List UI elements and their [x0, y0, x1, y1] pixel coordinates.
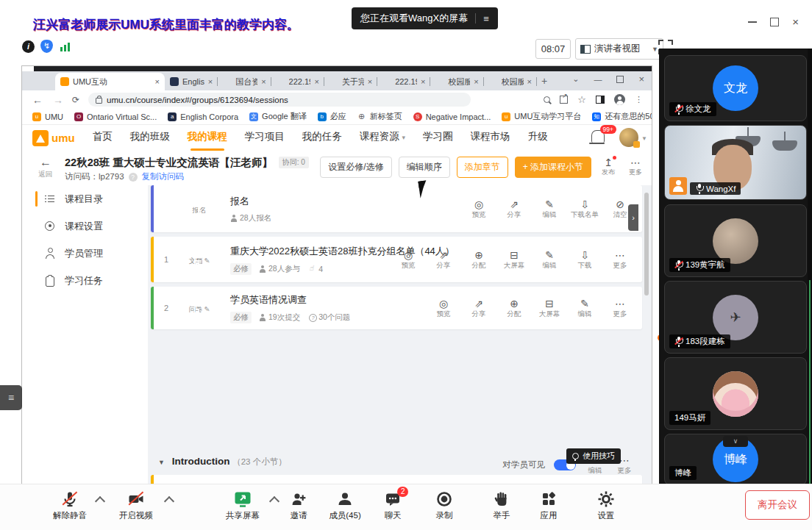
- close-icon[interactable]: ×: [792, 18, 799, 26]
- network-shield-icon[interactable]: ↯: [40, 40, 53, 53]
- new-tab-button[interactable]: +: [541, 75, 547, 87]
- browser-menu-icon[interactable]: ⋮: [635, 95, 643, 104]
- browser-maximize-icon[interactable]: [616, 76, 624, 83]
- forward-icon[interactable]: →: [53, 94, 63, 106]
- help-icon[interactable]: ?: [129, 173, 138, 182]
- action-button[interactable]: ✎ 编辑: [535, 198, 564, 220]
- course-action-button[interactable]: 添加章节: [457, 157, 508, 178]
- action-button[interactable]: ✎ 编辑: [570, 298, 599, 319]
- copy-access-code-link[interactable]: 复制访问码: [142, 171, 185, 182]
- sidebar-item[interactable]: 学习任务: [22, 267, 148, 294]
- bookmark-item[interactable]: 知 还有意思的50个经...: [592, 111, 652, 122]
- chevron-down-icon[interactable]: ▼: [641, 135, 647, 142]
- umu-nav-item[interactable]: 我的任务: [302, 130, 342, 146]
- action-button[interactable]: ⋯ 更多: [605, 249, 635, 271]
- unmute-button[interactable]: 解除静音: [44, 490, 96, 521]
- bookmark-item[interactable]: O Ontario Virtual Sc...: [74, 112, 157, 121]
- session-title[interactable]: 学员英语情况调查: [230, 294, 307, 305]
- browser-tab[interactable]: 国台资产 ×: [218, 73, 271, 90]
- invite-button[interactable]: 邀请: [273, 490, 324, 521]
- browser-tab[interactable]: 222.198.1 ×: [377, 73, 430, 90]
- tab-close-icon[interactable]: ×: [368, 77, 372, 86]
- back-arrow-icon[interactable]: ←: [40, 156, 51, 169]
- browser-tab[interactable]: UMU互动 ×: [55, 73, 165, 90]
- course-action-button[interactable]: 编辑顺序: [399, 157, 450, 178]
- content-scrollbar[interactable]: [644, 193, 649, 296]
- edit-pencil-icon[interactable]: ✎: [204, 257, 210, 265]
- tab-search-icon[interactable]: ⌄: [572, 74, 579, 84]
- umu-nav-item[interactable]: 课程市场: [470, 130, 510, 146]
- action-button[interactable]: ◎ 预览: [429, 298, 458, 319]
- members-button[interactable]: 成员(45): [319, 490, 371, 521]
- action-button[interactable]: ⊟ 大屏幕: [535, 298, 564, 319]
- share-screen-button[interactable]: 共享屏幕: [217, 490, 268, 521]
- umu-nav-item[interactable]: 我的课程: [188, 130, 227, 146]
- tab-close-icon[interactable]: ×: [527, 77, 532, 86]
- sidebar-item[interactable]: 课程目录: [22, 185, 148, 212]
- bookmark-item[interactable]: 文 Google 翻译: [249, 111, 307, 122]
- raise-hand-button[interactable]: 举手: [476, 490, 527, 521]
- bookmark-item[interactable]: u UMU互动学习平台: [502, 111, 581, 122]
- participant-tile[interactable]: 文龙 徐文龙: [664, 55, 807, 121]
- action-button[interactable]: ⇩ 下载名单: [570, 198, 599, 220]
- umu-nav-item[interactable]: 学习项目: [245, 130, 285, 146]
- browser-close-icon[interactable]: ×: [638, 74, 644, 85]
- tab-close-icon[interactable]: ×: [208, 77, 213, 86]
- action-button[interactable]: ⇗ 分享: [464, 298, 494, 319]
- settings-button[interactable]: 设置: [580, 490, 632, 521]
- action-button[interactable]: ⇗ 分享: [499, 198, 529, 220]
- umu-nav-item[interactable]: 首页: [93, 130, 113, 146]
- session-card[interactable]: 1 ▶ 文档✎ 重庆大学2022秋硕士英语28班扑克分组名单（44人）: [151, 237, 642, 282]
- bookmark-item[interactable]: b 必应: [318, 111, 346, 122]
- action-button[interactable]: ⇩ 下载: [570, 249, 599, 271]
- floating-list-toggle[interactable]: ≡: [0, 385, 22, 410]
- record-button[interactable]: 录制: [419, 490, 470, 521]
- browser-profile-avatar[interactable]: [614, 94, 625, 105]
- umu-nav-item[interactable]: 我的班级: [130, 130, 170, 146]
- annotation-tools-icon[interactable]: ≡: [483, 13, 489, 24]
- bookmark-item[interactable]: u UMU: [32, 112, 63, 121]
- browser-tab[interactable]: 校园服务 ×: [430, 73, 483, 90]
- action-button[interactable]: ◎ 预览: [464, 198, 494, 220]
- participant-tile[interactable]: 139黄宇航: [664, 204, 807, 277]
- umu-logo[interactable]: umu: [32, 130, 75, 146]
- action-button[interactable]: ⊕ 分配: [499, 298, 529, 319]
- view-mode-dropdown[interactable]: 演讲者视图 ▼: [575, 38, 663, 60]
- umu-nav-item[interactable]: 课程资源 ▾: [360, 130, 405, 146]
- signal-bars-icon[interactable]: [60, 43, 63, 51]
- participant-tile[interactable]: 149马妍: [664, 357, 807, 430]
- collapse-triangle-icon[interactable]: ▼: [158, 459, 165, 466]
- mic-options-caret[interactable]: [95, 496, 105, 506]
- participant-tile[interactable]: WangXf: [664, 125, 807, 200]
- tab-close-icon[interactable]: ×: [155, 77, 160, 86]
- umu-nav-item[interactable]: 升级: [527, 130, 547, 146]
- bookmark-star-icon[interactable]: ☆: [577, 94, 586, 105]
- action-button[interactable]: ⊟ 大屏幕: [499, 249, 529, 271]
- tab-close-icon[interactable]: ×: [261, 77, 266, 86]
- umu-nav-item[interactable]: 学习圈: [423, 130, 453, 146]
- action-button[interactable]: ⇗ 分享: [429, 249, 458, 271]
- start-video-button[interactable]: 开启视频: [110, 490, 162, 521]
- sidebar-item[interactable]: 课程设置: [22, 212, 148, 240]
- browser-tab[interactable]: English C ×: [165, 73, 218, 90]
- course-action-button[interactable]: 设置必修/选修: [320, 157, 391, 178]
- tab-close-icon[interactable]: ×: [314, 77, 318, 86]
- action-button[interactable]: ⊕ 分配: [464, 249, 494, 271]
- session-card[interactable]: 2 ▶ 问卷✎ 学员英语情况调查 必修: [151, 287, 642, 329]
- session-title[interactable]: 报名: [230, 196, 249, 207]
- umu-user-avatar[interactable]: [619, 128, 638, 147]
- zoom-icon[interactable]: [544, 96, 550, 103]
- collapse-chevron-icon[interactable]: ∨: [723, 436, 748, 447]
- action-button[interactable]: ✎ 编辑: [535, 249, 564, 271]
- share-page-icon[interactable]: [560, 96, 568, 104]
- participant-tile[interactable]: ✈ 183段建栋: [664, 281, 807, 354]
- address-bar[interactable]: umu.cn/course/index#/groups/6123694/sess…: [88, 93, 471, 107]
- more-button[interactable]: ⋯ 更多: [625, 157, 646, 177]
- reload-icon[interactable]: ⟳: [72, 95, 79, 105]
- back-icon[interactable]: ←: [32, 94, 43, 106]
- info-icon[interactable]: i: [22, 40, 35, 53]
- course-action-button[interactable]: + 添加课程小节: [515, 157, 591, 178]
- browser-tab[interactable]: 222.198.1 ×: [271, 73, 324, 90]
- session-card[interactable]: ▶ 报名✎ 报名: [151, 185, 642, 232]
- participant-tile[interactable]: 博峰 ∨ 博峰: [664, 434, 807, 485]
